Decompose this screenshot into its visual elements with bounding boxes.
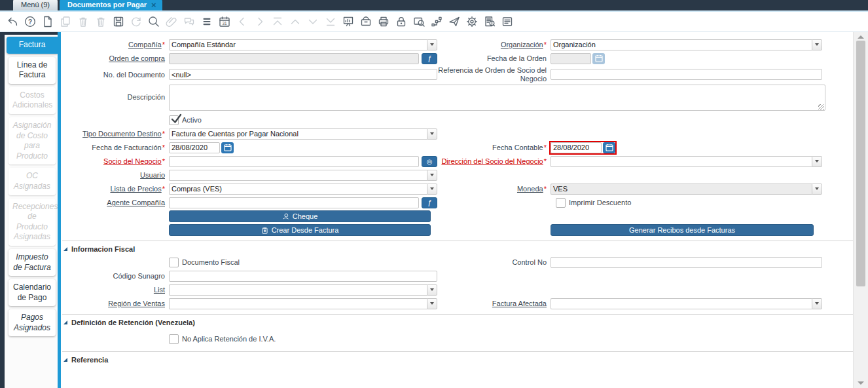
organizacion-dropdown-button[interactable]	[812, 39, 822, 50]
sidebar-tab-impuesto-de-factura[interactable]: Impuesto de Factura	[9, 249, 56, 276]
lock-icon[interactable]	[394, 15, 408, 29]
imprimir-descuento-checkbox[interactable]	[556, 198, 566, 208]
memo-icon[interactable]	[500, 15, 514, 29]
section-referencia[interactable]: Referencia	[62, 351, 853, 365]
resize-grip-icon[interactable]	[818, 104, 824, 110]
list-combobox[interactable]	[169, 284, 437, 296]
tab-menu[interactable]: Menú (9)	[13, 0, 58, 10]
factura-afectada-combobox[interactable]	[551, 298, 822, 309]
direccion-socio-combobox[interactable]	[551, 156, 822, 167]
organizacion-combobox[interactable]	[551, 39, 822, 50]
sidebar-tab-asignacion-de-costo: Asignación de Costo para Producto	[9, 117, 56, 165]
list-dropdown-button[interactable]	[427, 284, 437, 296]
tipo-documento-destino-combobox[interactable]	[169, 128, 437, 140]
close-icon[interactable]: ×	[151, 1, 156, 9]
usuario-dropdown-button[interactable]	[427, 170, 437, 181]
socio-del-negocio-search-button[interactable]: ◎	[422, 156, 437, 167]
workflow-icon[interactable]	[429, 15, 443, 29]
app-window: Menú (9) Documentos por Pagar × ? 31	[0, 0, 868, 388]
cheque-button[interactable]: Cheque	[169, 210, 431, 222]
label-compania[interactable]: Compañía*	[62, 41, 169, 48]
compania-combobox[interactable]	[169, 39, 437, 50]
label-factura-afectada[interactable]: Factura Afectada	[437, 300, 551, 308]
archive-icon[interactable]	[359, 15, 372, 29]
calendar-icon[interactable]: 31	[217, 15, 231, 29]
label-region-de-ventas[interactable]: Región de Ventas	[62, 300, 169, 307]
usuario-input[interactable]	[169, 170, 427, 181]
report-search-icon[interactable]	[482, 15, 496, 29]
section-informacion-fiscal[interactable]: Informacion Fiscal	[62, 241, 853, 254]
fecha-contable-input[interactable]	[551, 142, 602, 153]
direccion-socio-input[interactable]	[551, 156, 812, 167]
label-orden-de-compra[interactable]: Orden de compra	[62, 54, 169, 62]
organizacion-input[interactable]	[551, 39, 812, 50]
label-agente-compania[interactable]: Agente Compañía	[62, 199, 169, 206]
crear-desde-factura-button[interactable]: Crear Desde Factura	[169, 224, 431, 236]
sidebar-tab-pagos-asignados[interactable]: Pagos Asignados	[9, 309, 56, 336]
help-icon[interactable]: ?	[23, 15, 37, 29]
scroll-down-icon[interactable]	[858, 381, 864, 385]
label-direccion-socio[interactable]: Dirección del Socio del Negocio*	[437, 157, 551, 166]
fecha-contable-calendar-button[interactable]	[603, 142, 615, 153]
documento-fiscal-checkbox[interactable]	[169, 258, 179, 267]
direccion-socio-dropdown-button[interactable]	[812, 156, 822, 167]
lista-de-precios-combobox[interactable]	[169, 184, 437, 195]
grid-toggle-icon[interactable]	[200, 15, 213, 29]
section-definicion-retencion[interactable]: Definición de Retención (Venezuela)	[62, 314, 853, 328]
tab-documentos-por-pagar[interactable]: Documentos por Pagar ×	[60, 0, 162, 10]
new-record-icon[interactable]	[41, 15, 54, 29]
scrollbar-thumb[interactable]	[856, 41, 865, 286]
undo-icon[interactable]	[5, 15, 19, 29]
label-usuario[interactable]: Usuario	[62, 171, 169, 179]
tipo-documento-destino-dropdown-button[interactable]	[427, 128, 437, 140]
lista-de-precios-dropdown-button[interactable]	[427, 184, 437, 195]
sidebar-tab-linea-de-factura[interactable]: Línea de Factura	[9, 57, 56, 84]
label-moneda[interactable]: Moneda*	[437, 185, 551, 193]
zoom-across-icon[interactable]	[412, 15, 425, 29]
vertical-scrollbar[interactable]	[853, 32, 868, 388]
region-de-ventas-input[interactable]	[169, 298, 427, 309]
compania-input[interactable]	[169, 39, 427, 50]
lista-de-precios-input[interactable]	[169, 184, 427, 195]
fecha-contable-datefield[interactable]	[551, 142, 615, 153]
agente-compania-input[interactable]	[169, 197, 419, 208]
requests-icon[interactable]	[447, 15, 461, 29]
region-de-ventas-dropdown-button[interactable]	[427, 298, 437, 309]
referencia-orden-input[interactable]	[551, 69, 822, 80]
preferences-icon[interactable]	[465, 15, 479, 29]
find-icon[interactable]	[147, 15, 160, 29]
agente-compania-assist-button[interactable]: ƒ	[422, 197, 437, 208]
no-aplica-retencion-checkbox[interactable]	[169, 334, 179, 344]
factura-afectada-input[interactable]	[551, 298, 812, 309]
label-list[interactable]: List	[62, 286, 169, 294]
orden-de-compra-assist-button[interactable]: ƒ	[422, 53, 437, 64]
report-icon[interactable]	[341, 15, 355, 29]
refresh-icon	[129, 15, 143, 29]
socio-del-negocio-input[interactable]	[169, 156, 419, 167]
label-tipo-documento-destino[interactable]: Tipo Documento Destino*	[62, 130, 169, 138]
tipo-documento-destino-input[interactable]	[169, 128, 427, 140]
sidebar-tab-calendario-de-pago[interactable]: Calendario de Pago	[9, 279, 56, 306]
generar-recibos-button[interactable]: Generar Recibos desde Facturas	[551, 224, 814, 236]
label-organizacion[interactable]: Organización*	[437, 41, 551, 49]
fecha-facturacion-input[interactable]	[169, 142, 220, 153]
no-del-documento-input[interactable]	[169, 69, 437, 80]
compania-dropdown-button[interactable]	[427, 39, 437, 50]
label-lista-de-precios[interactable]: Lista de Precios*	[62, 185, 169, 193]
list-input[interactable]	[169, 284, 427, 296]
usuario-combobox[interactable]	[169, 170, 437, 181]
label-socio-del-negocio[interactable]: Socio del Negocio*	[62, 157, 169, 165]
fecha-facturacion-calendar-button[interactable]	[221, 142, 234, 153]
codigo-sunagro-input[interactable]	[169, 271, 437, 282]
region-de-ventas-combobox[interactable]	[169, 298, 437, 309]
control-no-input[interactable]	[551, 257, 822, 268]
print-icon[interactable]	[376, 15, 390, 29]
fecha-facturacion-datefield[interactable]	[169, 142, 234, 153]
sidebar-tab-factura[interactable]: Factura	[7, 37, 58, 54]
activo-checkbox[interactable]	[169, 115, 179, 125]
factura-afectada-dropdown-button[interactable]	[812, 298, 822, 309]
collapse-triangle-icon	[63, 320, 67, 324]
descripcion-textarea[interactable]	[169, 85, 825, 111]
save-icon[interactable]	[111, 15, 125, 29]
scroll-up-icon[interactable]	[858, 35, 864, 39]
